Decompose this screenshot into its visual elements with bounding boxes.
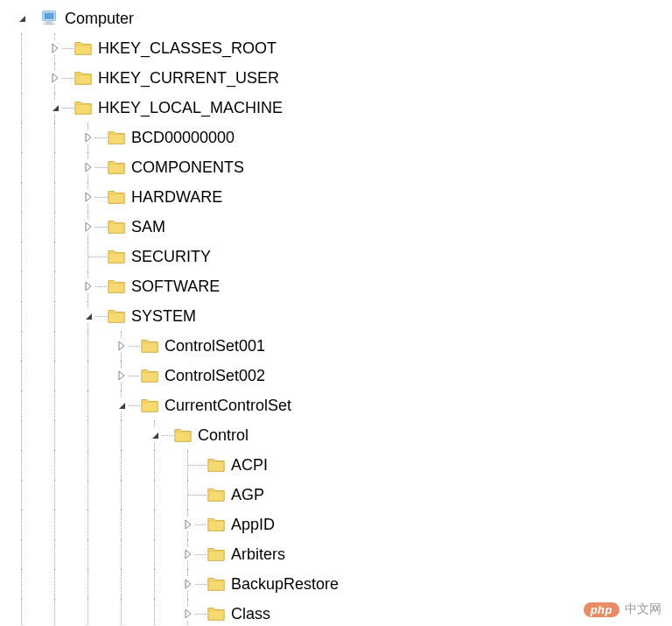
node-label: SOFTWARE	[131, 271, 220, 301]
folder-icon	[206, 545, 226, 564]
node-label: COMPONENTS	[131, 152, 244, 182]
folder-icon	[140, 396, 159, 415]
folder-icon	[74, 39, 93, 58]
node-label: CurrentControlSet	[164, 390, 291, 420]
node-label: Computer	[65, 4, 134, 33]
expand-toggle[interactable]	[115, 339, 129, 353]
tree-node-control[interactable]: Control	[7, 420, 672, 450]
expand-toggle[interactable]	[81, 130, 95, 144]
tree-node-backuprestore[interactable]: BackupRestore	[7, 569, 672, 599]
expand-toggle[interactable]	[115, 369, 129, 383]
folder-icon	[107, 187, 126, 207]
folder-icon	[107, 158, 126, 177]
collapse-toggle[interactable]	[48, 101, 62, 115]
expand-toggle[interactable]	[81, 190, 95, 204]
node-label: Class	[231, 599, 270, 626]
node-label: HKEY_LOCAL_MACHINE	[98, 93, 283, 123]
node-label: SECURITY	[131, 242, 211, 271]
folder-icon	[206, 604, 226, 623]
node-label: HKEY_CURRENT_USER	[98, 63, 279, 93]
node-label: ControlSet002	[164, 361, 265, 390]
folder-icon	[107, 128, 126, 147]
folder-icon	[206, 574, 226, 594]
node-label: HARDWARE	[131, 182, 222, 212]
tree-node-hklm[interactable]: HKEY_LOCAL_MACHINE	[7, 93, 672, 123]
tree-node-appid[interactable]: AppID	[7, 510, 672, 539]
tree-node-hkcu[interactable]: HKEY_CURRENT_USER	[7, 63, 672, 93]
expand-toggle[interactable]	[48, 71, 62, 85]
tree-node-computer[interactable]: Computer	[7, 4, 672, 33]
tree-node-security[interactable]: SECURITY	[7, 242, 672, 271]
folder-icon	[107, 306, 126, 326]
folder-icon	[74, 68, 93, 88]
expand-toggle[interactable]	[15, 11, 29, 25]
tree-node-agp[interactable]: AGP	[7, 480, 672, 510]
folder-icon	[173, 426, 192, 445]
folder-icon	[107, 217, 126, 236]
node-label: BackupRestore	[231, 569, 339, 599]
expand-toggle[interactable]	[48, 41, 62, 55]
expand-toggle[interactable]	[181, 517, 195, 531]
collapse-toggle[interactable]	[148, 428, 162, 442]
tree-node-acpi[interactable]: ACPI	[7, 450, 672, 480]
node-label: SYSTEM	[131, 301, 196, 331]
folder-icon	[140, 336, 159, 355]
tree-node-hkcr[interactable]: HKEY_CLASSES_ROOT	[7, 33, 672, 63]
folder-icon	[140, 366, 159, 385]
node-label: Control	[198, 420, 248, 450]
node-label: SAM	[131, 212, 165, 242]
tree-node-cs001[interactable]: ControlSet001	[7, 331, 672, 361]
node-label: ControlSet001	[164, 331, 265, 361]
folder-icon	[206, 455, 226, 475]
registry-tree: Computer HKEY_CLASSES_ROOT HKEY_CURRENT_…	[0, 0, 672, 626]
folder-icon	[107, 277, 126, 296]
tree-node-cs002[interactable]: ControlSet002	[7, 361, 672, 390]
node-label: HKEY_CLASSES_ROOT	[98, 33, 276, 63]
folder-icon	[206, 485, 226, 504]
tree-node-arbiters[interactable]: Arbiters	[7, 539, 672, 569]
computer-icon	[40, 9, 60, 28]
node-label: ACPI	[231, 450, 268, 480]
tree-node-sam[interactable]: SAM	[7, 212, 672, 242]
expand-toggle[interactable]	[81, 220, 95, 234]
expand-toggle[interactable]	[181, 577, 195, 591]
tree-node-bcd[interactable]: BCD00000000	[7, 123, 672, 152]
tree-node-hardware[interactable]: HARDWARE	[7, 182, 672, 212]
expand-toggle[interactable]	[181, 547, 195, 561]
collapse-toggle[interactable]	[81, 309, 95, 323]
tree-node-software[interactable]: SOFTWARE	[7, 271, 672, 301]
expand-toggle[interactable]	[181, 607, 195, 621]
expand-toggle[interactable]	[81, 160, 95, 174]
tree-node-ccs[interactable]: CurrentControlSet	[7, 390, 672, 420]
tree-node-class[interactable]: Class	[7, 599, 672, 626]
tree-node-system[interactable]: SYSTEM	[7, 301, 672, 331]
watermark: php 中文网	[584, 601, 662, 617]
node-label: Arbiters	[231, 539, 285, 569]
collapse-toggle[interactable]	[115, 398, 129, 412]
folder-icon	[107, 247, 126, 266]
tree-node-components[interactable]: COMPONENTS	[7, 152, 672, 182]
node-label: BCD00000000	[131, 123, 234, 152]
folder-icon	[74, 98, 93, 117]
php-badge: php	[584, 602, 620, 617]
watermark-text: 中文网	[625, 601, 662, 617]
node-label: AGP	[231, 480, 264, 510]
expand-toggle[interactable]	[81, 279, 95, 293]
folder-icon	[206, 515, 226, 534]
node-label: AppID	[231, 510, 275, 539]
